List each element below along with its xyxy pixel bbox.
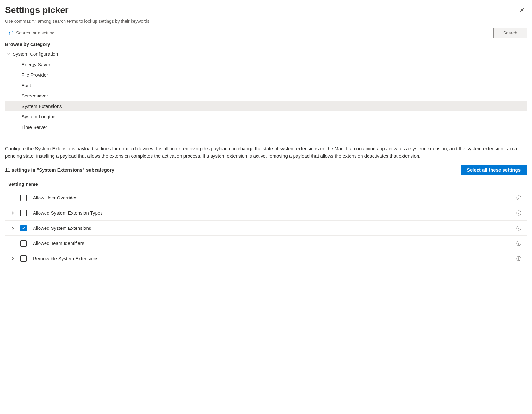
setting-name-label: Allowed Team Identifiers bbox=[33, 241, 514, 246]
page-subtitle: Use commas "," among search terms to loo… bbox=[5, 19, 527, 24]
tree-item[interactable]: System Extensions bbox=[5, 101, 527, 111]
tree-item[interactable]: Time Server bbox=[5, 122, 527, 132]
setting-name-label: Allow User Overrides bbox=[33, 195, 514, 200]
page-title: Settings picker bbox=[5, 5, 69, 15]
check-icon bbox=[21, 226, 26, 230]
setting-checkbox[interactable] bbox=[20, 240, 27, 247]
table-row: Allowed System Extensions bbox=[5, 221, 527, 236]
info-button[interactable] bbox=[514, 241, 524, 246]
tree-item[interactable]: File Provider bbox=[5, 70, 527, 80]
expand-button[interactable] bbox=[5, 211, 20, 215]
info-button[interactable] bbox=[514, 210, 524, 216]
category-tree: System Configuration Energy SaverFile Pr… bbox=[5, 49, 527, 132]
table-row: Allowed System Extension Types bbox=[5, 205, 527, 221]
expand-button[interactable] bbox=[5, 226, 20, 230]
chevron-right-icon bbox=[10, 256, 15, 261]
settings-table: Allow User OverridesAllowed System Exten… bbox=[5, 190, 527, 266]
info-button[interactable] bbox=[514, 226, 524, 231]
checkbox-col bbox=[20, 210, 33, 216]
expand-button[interactable] bbox=[5, 256, 20, 261]
table-header-setting-name: Setting name bbox=[8, 181, 38, 187]
chevron-right-icon bbox=[10, 226, 15, 230]
setting-checkbox[interactable] bbox=[20, 195, 27, 201]
setting-name-label: Allowed System Extensions bbox=[33, 225, 514, 231]
tree-parent-label: System Configuration bbox=[13, 51, 58, 57]
svg-point-2 bbox=[10, 31, 13, 34]
info-icon bbox=[516, 256, 521, 261]
subcategory-count-label: 11 settings in "System Extensions" subca… bbox=[5, 167, 114, 172]
table-row: Allowed Team Identifiers bbox=[5, 236, 527, 251]
tree-parent-system-configuration[interactable]: System Configuration bbox=[5, 49, 527, 59]
browse-by-category-label: Browse by category bbox=[5, 41, 527, 47]
divider bbox=[5, 142, 527, 142]
close-button[interactable] bbox=[517, 5, 527, 16]
close-icon bbox=[519, 8, 524, 13]
svg-point-18 bbox=[518, 257, 519, 257]
search-input[interactable] bbox=[16, 30, 487, 35]
setting-checkbox[interactable] bbox=[20, 255, 27, 262]
info-icon bbox=[516, 195, 521, 200]
info-icon bbox=[516, 226, 521, 231]
chevron-right-icon bbox=[10, 211, 15, 215]
tree-item[interactable]: System Logging bbox=[5, 111, 527, 122]
setting-checkbox[interactable] bbox=[20, 225, 27, 231]
setting-name-label: Allowed System Extension Types bbox=[33, 210, 514, 216]
svg-line-3 bbox=[9, 34, 10, 35]
svg-point-6 bbox=[518, 196, 519, 197]
checkbox-col bbox=[20, 195, 33, 201]
setting-checkbox[interactable] bbox=[20, 210, 27, 216]
category-description: Configure the System Extensions payload … bbox=[5, 145, 527, 160]
table-row: Allow User Overrides bbox=[5, 190, 527, 205]
svg-point-9 bbox=[518, 211, 519, 212]
svg-point-12 bbox=[518, 227, 519, 227]
search-box[interactable] bbox=[5, 28, 491, 38]
checkbox-col bbox=[20, 255, 33, 262]
search-icon bbox=[9, 30, 14, 35]
table-row: Removable System Extensions bbox=[5, 251, 527, 266]
tree-item[interactable]: Font bbox=[5, 80, 527, 91]
chevron-down-icon bbox=[5, 52, 13, 56]
tree-trailing: ` bbox=[5, 134, 527, 140]
setting-name-label: Removable System Extensions bbox=[33, 256, 514, 261]
tree-item[interactable]: Energy Saver bbox=[5, 59, 527, 70]
info-icon bbox=[516, 210, 521, 216]
info-button[interactable] bbox=[514, 195, 524, 200]
select-all-button[interactable]: Select all these settings bbox=[461, 165, 527, 175]
search-button[interactable]: Search bbox=[493, 28, 527, 38]
checkbox-col bbox=[20, 225, 33, 231]
info-icon bbox=[516, 241, 521, 246]
checkbox-col bbox=[20, 240, 33, 247]
info-button[interactable] bbox=[514, 256, 524, 261]
svg-point-15 bbox=[518, 242, 519, 242]
table-header-row: Setting name bbox=[5, 178, 527, 190]
tree-item[interactable]: Screensaver bbox=[5, 91, 527, 101]
